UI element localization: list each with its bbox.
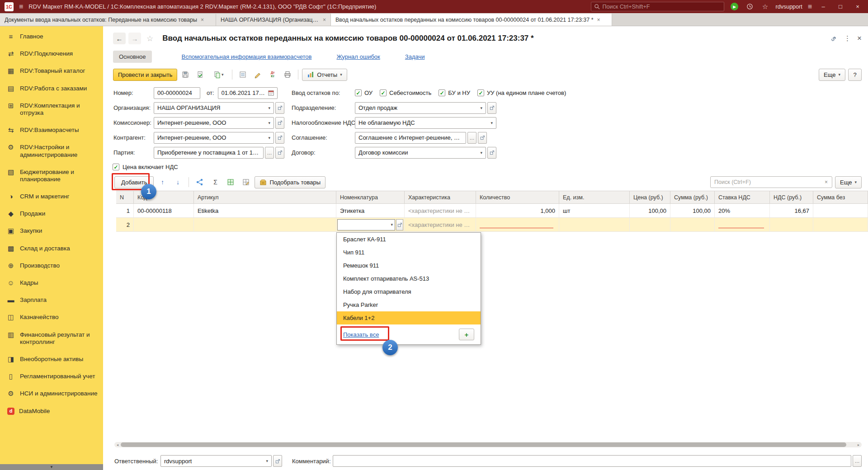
history-icon[interactable] xyxy=(745,2,755,12)
open-commissioner-button[interactable] xyxy=(275,117,284,129)
close-form-icon[interactable]: × xyxy=(857,34,862,43)
tab-close-icon[interactable]: × xyxy=(597,17,600,23)
show-all-link[interactable]: Показать все xyxy=(343,331,379,338)
checkbox-checked-icon[interactable]: ✓ xyxy=(439,89,445,96)
contract-field[interactable]: Договор комиссии▾ xyxy=(355,147,486,159)
col-price[interactable]: Цена (руб.) xyxy=(630,191,670,203)
reports-button[interactable]: Отчеты ▾ xyxy=(302,69,347,81)
structure-share-icon[interactable] xyxy=(193,176,207,188)
sidebar-item-rdv-connections[interactable]: ⇄RDV:Подключения xyxy=(0,45,103,62)
price-incl-vat-checkbox[interactable]: ✓ Цена включает НДС xyxy=(113,164,178,170)
tab-close-icon[interactable]: × xyxy=(323,17,326,23)
col-article[interactable]: Артикул xyxy=(194,191,336,203)
commissioner-field[interactable]: Интернет-решение, ООО▾ xyxy=(154,117,274,129)
vat-field[interactable]: Не облагаемую НДС▾ xyxy=(355,117,496,129)
pick-goods-button[interactable]: Подобрать товары xyxy=(255,176,326,188)
move-down-button[interactable]: ↓ xyxy=(171,176,184,188)
open-contract-button[interactable] xyxy=(487,147,496,159)
totals-sum-icon[interactable]: Σ xyxy=(208,176,222,188)
registers-list-button[interactable] xyxy=(236,69,250,81)
add-new-item-button[interactable]: + xyxy=(459,329,474,340)
maximize-button[interactable]: □ xyxy=(835,3,846,10)
print-button[interactable] xyxy=(281,69,294,81)
close-window-button[interactable]: × xyxy=(852,3,863,10)
checkbox-checked-icon[interactable]: ✓ xyxy=(477,89,484,96)
connect-icon[interactable]: ▶ xyxy=(730,2,740,12)
scroll-left-icon[interactable]: ◂ xyxy=(114,443,121,447)
post-document-button[interactable] xyxy=(193,69,207,81)
main-menu-icon[interactable]: ≡ xyxy=(19,3,23,11)
tab-main[interactable]: Основное xyxy=(113,51,152,63)
batch-choose-button[interactable]: … xyxy=(265,147,274,159)
table-search[interactable]: × xyxy=(710,176,832,188)
open-org-button[interactable] xyxy=(275,102,284,114)
sidebar-item-rdv-orders[interactable]: ▤RDV:Работа с заказами xyxy=(0,80,103,97)
col-qty[interactable]: Количество xyxy=(476,191,559,203)
comment-field[interactable] xyxy=(333,455,851,467)
checkbox-checked-icon[interactable]: ✓ xyxy=(113,164,119,170)
open-contragent-button[interactable] xyxy=(275,132,284,144)
scrollbar-thumb[interactable] xyxy=(121,442,846,447)
sidebar-item-hr[interactable]: ☺Кадры xyxy=(0,274,103,291)
dropdown-item[interactable]: Комплект отпариватель AS-513 xyxy=(337,272,481,285)
link-aux-info[interactable]: Вспомогательная информация взаиморасчето… xyxy=(182,53,312,60)
dropdown-arrow-icon[interactable]: ▾ xyxy=(391,222,393,227)
tab-organization[interactable]: НАША ОРГАНИЗАЦИЯ (Организация) × xyxy=(216,14,331,26)
link-tasks[interactable]: Задачи xyxy=(405,53,425,60)
sidebar-item-finance[interactable]: ▥Финансовый результат и контроллинг xyxy=(0,326,103,351)
nomenclature-edit-cell[interactable]: ▾ xyxy=(336,218,405,231)
col-vat-rate[interactable]: Ставка НДС xyxy=(715,191,770,203)
sidebar-item-main[interactable]: ≡Главное xyxy=(0,28,103,45)
help-button[interactable]: ? xyxy=(848,69,862,81)
dropdown-item[interactable]: Чип 911 xyxy=(337,246,481,259)
batch-field[interactable]: Приобретение у поставщика 1 от 16.01.2 xyxy=(154,147,264,159)
date-field[interactable]: 01.06.2021 17:23: xyxy=(218,87,278,99)
get-link-icon[interactable] xyxy=(830,35,838,42)
dropdown-item[interactable]: Набор для отпаривателя xyxy=(337,285,481,298)
edit-pencil-button[interactable] xyxy=(251,69,264,81)
table-more-button[interactable]: Еще▾ xyxy=(835,176,862,188)
checkbox-ou[interactable]: ✓ОУ xyxy=(355,89,373,96)
sidebar-scroll-more[interactable]: ▼ xyxy=(0,464,103,470)
table-row-editing[interactable]: 2 ▾ <характеристики не … xyxy=(116,218,868,232)
create-based-on-button[interactable]: ▾ xyxy=(208,69,228,81)
more-kebab-icon[interactable]: ⋮ xyxy=(844,34,851,42)
tab-close-icon[interactable]: × xyxy=(201,17,204,23)
save-button[interactable] xyxy=(179,69,192,81)
global-search[interactable] xyxy=(591,2,724,11)
dropdown-item[interactable]: Ручка Parker xyxy=(337,298,481,311)
sidebar-item-rdv-settlements[interactable]: ⇆RDV:Взаиморасчеты xyxy=(0,122,103,139)
tab-initial-balances-list[interactable]: Документы ввода начальных остатков: Пере… xyxy=(0,14,216,26)
scroll-right-icon[interactable]: ▸ xyxy=(855,443,862,447)
sidebar-item-datamobile[interactable]: dDataMobile xyxy=(0,403,103,420)
qty-required-cell[interactable] xyxy=(476,218,559,231)
comment-expand-button[interactable]: … xyxy=(853,455,862,467)
table-settings-icon[interactable] xyxy=(239,176,253,188)
user-menu-icon[interactable]: ≡ xyxy=(808,3,812,11)
sidebar-item-rdv-settings[interactable]: ⚙RDV:Настройки и администрирование xyxy=(0,139,103,163)
sidebar-item-production[interactable]: ⊕Производство xyxy=(0,257,103,274)
col-unit[interactable]: Ед. изм. xyxy=(559,191,630,203)
horizontal-scrollbar[interactable]: ◂ ▸ xyxy=(114,442,862,447)
col-sum[interactable]: Сумма (руб.) xyxy=(670,191,715,203)
minimize-button[interactable]: – xyxy=(817,3,829,10)
sidebar-item-purchases[interactable]: ▣Закупки xyxy=(0,222,103,240)
open-responsible-button[interactable] xyxy=(273,455,282,467)
agreement-field[interactable]: Соглашение с Интернет-решение, ООО xyxy=(355,132,466,144)
org-field[interactable]: НАША ОРГАНИЗАЦИЯ▾ xyxy=(154,102,274,114)
sidebar-item-crm[interactable]: ◑CRM и маркетинг xyxy=(0,188,103,205)
checkbox-cost[interactable]: ✓Себестоимость xyxy=(380,89,431,96)
department-field[interactable]: Отдел продаж▾ xyxy=(355,102,486,114)
sidebar-item-accounting[interactable]: ▯Регламентированный учет xyxy=(0,368,103,385)
nomenclature-combo-input[interactable]: ▾ xyxy=(337,219,395,230)
table-search-input[interactable] xyxy=(714,179,823,185)
open-agreement-button[interactable] xyxy=(478,132,487,144)
sidebar-item-nsi[interactable]: ⚙НСИ и администрирование xyxy=(0,385,103,402)
open-department-button[interactable] xyxy=(487,102,496,114)
sidebar-item-budgeting[interactable]: ▧Бюджетирование и планирование xyxy=(0,164,103,188)
post-and-close-button[interactable]: Провести и закрыть xyxy=(113,69,177,81)
export-table-icon[interactable] xyxy=(224,176,237,188)
clear-search-icon[interactable]: × xyxy=(823,179,830,185)
link-error-log[interactable]: Журнал ошибок xyxy=(336,53,380,60)
col-characteristic[interactable]: Характеристика xyxy=(405,191,476,203)
